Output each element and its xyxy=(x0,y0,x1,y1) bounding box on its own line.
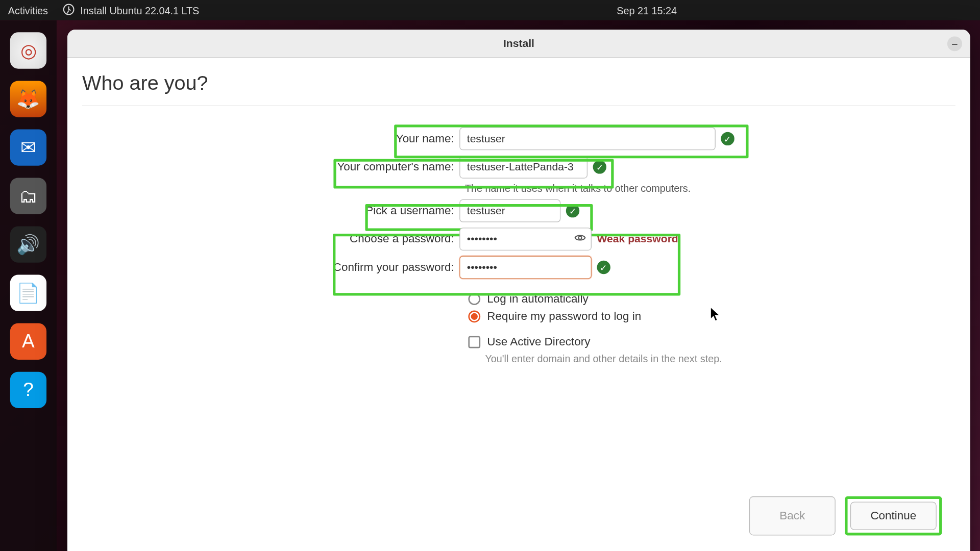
checkbox-ad-label: Use Active Directory xyxy=(487,335,590,348)
label-computer: Your computer's name: xyxy=(82,160,459,173)
highlight-continue: Continue xyxy=(845,496,942,536)
titlebar: Install – xyxy=(67,30,970,58)
app-indicator[interactable]: Install Ubuntu 22.04.1 LTS xyxy=(63,3,199,17)
dock-libreoffice-writer[interactable]: 📄 xyxy=(10,275,46,311)
checkbox-active-directory[interactable]: Use Active Directory xyxy=(468,335,955,348)
page-heading: Who are you? xyxy=(82,71,955,106)
radio-require-password[interactable]: Require my password to log in xyxy=(468,310,955,323)
app-name: Install Ubuntu 22.04.1 LTS xyxy=(80,5,199,16)
back-button[interactable]: Back xyxy=(749,496,836,536)
label-confirm: Confirm your password: xyxy=(82,261,459,274)
dock-thunderbird[interactable]: ✉ xyxy=(10,129,46,165)
confirm-password-input[interactable] xyxy=(459,256,592,279)
name-input[interactable] xyxy=(459,127,716,150)
checkbox-icon xyxy=(468,336,480,348)
clock[interactable]: Sep 21 15:24 xyxy=(617,5,677,16)
dock-firefox[interactable]: 🦊 xyxy=(10,81,46,117)
dock-files[interactable]: 🗂 xyxy=(10,178,46,214)
reveal-password-icon[interactable] xyxy=(574,232,586,246)
gnome-topbar: Activities Install Ubuntu 22.04.1 LTS Se… xyxy=(0,0,980,20)
radio-auto-label: Log in automatically xyxy=(487,292,588,306)
install-window: Install – Who are you? Your name: ✓ Your… xyxy=(67,30,970,551)
activities-button[interactable]: Activities xyxy=(8,5,48,16)
radio-icon xyxy=(468,293,480,305)
minimize-button[interactable]: – xyxy=(947,36,962,51)
radio-auto-login[interactable]: Log in automatically xyxy=(468,292,955,306)
dock-ubuntu-software[interactable]: A xyxy=(10,323,46,360)
svg-point-6 xyxy=(579,236,582,239)
radio-icon-selected xyxy=(468,311,480,323)
check-icon: ✓ xyxy=(721,132,734,145)
password-strength: Weak password xyxy=(597,233,678,245)
dock: ◎ 🦊 ✉ 🗂 🔊 📄 A ? ♻ xyxy=(0,20,57,551)
dock-rhythmbox[interactable]: 🔊 xyxy=(10,227,46,263)
label-password: Choose a password: xyxy=(82,232,459,245)
dock-installer[interactable]: ◎ xyxy=(10,32,46,68)
window-title: Install xyxy=(503,37,534,49)
check-icon: ✓ xyxy=(597,261,610,274)
disk-icon xyxy=(63,3,75,17)
check-icon: ✓ xyxy=(593,160,606,173)
label-name: Your name: xyxy=(82,132,459,145)
ad-helper: You'll enter domain and other details in… xyxy=(485,353,955,364)
label-username: Pick a username: xyxy=(82,204,459,217)
username-input[interactable] xyxy=(459,199,560,222)
computer-name-input[interactable] xyxy=(459,156,587,179)
continue-button[interactable]: Continue xyxy=(850,502,937,530)
password-input[interactable] xyxy=(459,228,592,251)
computer-helper: The name it uses when it talks to other … xyxy=(465,183,955,194)
check-icon: ✓ xyxy=(566,204,579,217)
dock-help[interactable]: ? xyxy=(10,372,46,408)
radio-require-label: Require my password to log in xyxy=(487,310,641,323)
